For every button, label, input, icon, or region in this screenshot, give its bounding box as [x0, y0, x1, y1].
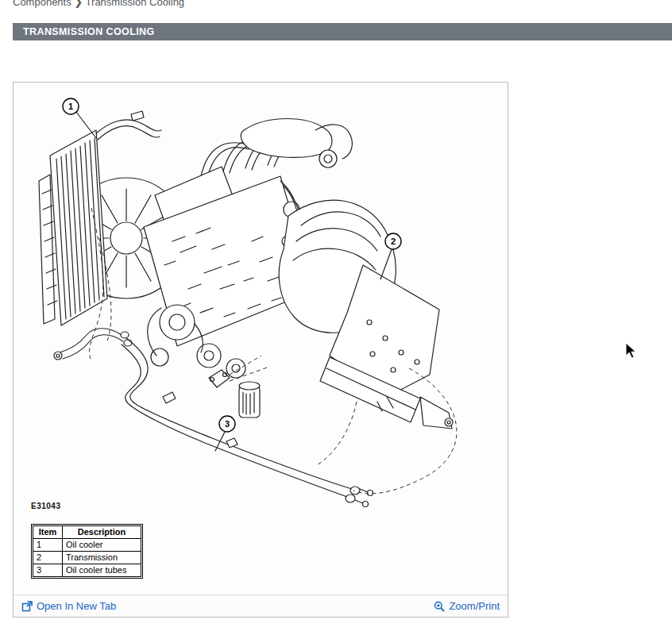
figure-footer: Open In New Tab Zoom/Print: [14, 595, 508, 617]
engine-diagram-svg: 1 2 3: [14, 83, 508, 515]
item-cell: 1: [33, 539, 63, 552]
zoom-print-link[interactable]: Zoom/Print: [434, 600, 500, 612]
description-cell: Oil cooler: [63, 539, 141, 552]
table-row: 2 Transmission: [33, 552, 141, 564]
col-header-description: Description: [63, 526, 141, 539]
description-cell: Oil cooler tubes: [63, 564, 141, 577]
open-in-new-icon: [21, 601, 33, 612]
figure-code: E31043: [31, 502, 60, 510]
open-in-new-tab-label: Open In New Tab: [37, 600, 116, 612]
col-header-item: Item: [33, 526, 63, 539]
callout-1: 1: [63, 98, 96, 138]
figure-card: 1 2 3 E31043 Item Description 1 Oi: [13, 82, 508, 618]
parts-table: Item Description 1 Oil cooler 2 Transmis…: [31, 524, 143, 579]
callout-2-number: 2: [391, 237, 396, 246]
description-cell: Transmission: [63, 552, 141, 564]
table-header-row: Item Description: [33, 526, 141, 539]
zoom-icon: [434, 601, 445, 612]
mouse-cursor-icon: [625, 342, 638, 363]
item-cell: 3: [33, 564, 63, 577]
open-in-new-tab-link[interactable]: Open In New Tab: [21, 600, 116, 612]
breadcrumb[interactable]: Components ❯ Transmission Cooling: [13, 0, 184, 8]
section-header: TRANSMISSION COOLING: [13, 23, 672, 40]
callout-1-number: 1: [68, 102, 73, 111]
transmission-icon: [279, 200, 453, 429]
radiator-icon: [39, 111, 161, 325]
intake-manifold-icon: [201, 119, 352, 179]
table-row: 1 Oil cooler: [33, 539, 141, 552]
engine-diagram: 1 2 3: [14, 83, 508, 515]
section-title: TRANSMISSION COOLING: [23, 26, 155, 37]
oil-filter-icon: [239, 382, 260, 418]
table-row: 3 Oil cooler tubes: [33, 564, 141, 577]
callout-3-number: 3: [225, 419, 230, 429]
zoom-print-label: Zoom/Print: [449, 600, 500, 612]
item-cell: 2: [33, 552, 63, 564]
